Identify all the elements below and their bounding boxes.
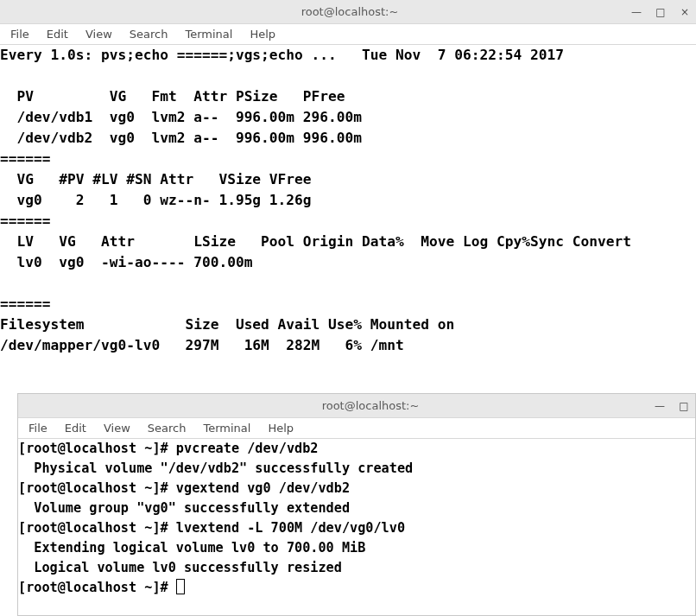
terminal-output-top[interactable]: Every 1.0s: pvs;echo ======;vgs;echo ...…: [0, 45, 696, 356]
shell-line: [root@localhost ~]# vgextend vg0 /dev/vd…: [18, 480, 350, 496]
shell-output: Volume group "vg0" successfully extended: [18, 500, 350, 516]
menu-edit[interactable]: Edit: [58, 420, 93, 436]
pvs-header: PV VG Fmt Attr PSize PFree: [0, 88, 345, 105]
menu-help[interactable]: Help: [261, 420, 301, 436]
shell-output: Logical volume lv0 successfully resized: [18, 560, 342, 575]
vgs-row: vg0 2 1 0 wz--n- 1.95g 1.26g: [0, 192, 312, 208]
menu-help[interactable]: Help: [243, 26, 282, 42]
menu-file[interactable]: File: [3, 26, 36, 42]
minimize-button[interactable]: —: [654, 400, 666, 412]
menubar-bottom: File Edit View Search Terminal Help: [18, 418, 695, 439]
menu-file[interactable]: File: [22, 420, 54, 436]
separator: ======: [0, 295, 50, 312]
shell-output: Extending logical volume lv0 to 700.00 M…: [18, 540, 365, 556]
pvs-row: /dev/vdb1 vg0 lvm2 a-- 996.00m 296.00m: [0, 109, 362, 125]
lvs-row: lv0 vg0 -wi-ao---- 700.00m: [0, 254, 252, 270]
window-buttons-bottom: — □: [654, 400, 690, 412]
maximize-button[interactable]: □: [678, 400, 690, 412]
menu-view[interactable]: View: [79, 26, 119, 42]
watch-header: Every 1.0s: pvs;echo ======;vgs;echo ...…: [0, 47, 564, 63]
maximize-icon: □: [679, 400, 688, 412]
separator: ======: [0, 213, 50, 229]
minimize-icon: —: [631, 6, 642, 18]
terminal-output-bottom[interactable]: [root@localhost ~]# pvcreate /dev/vdb2 P…: [18, 439, 695, 598]
close-icon: ×: [680, 6, 689, 18]
menu-search[interactable]: Search: [141, 420, 193, 436]
maximize-button[interactable]: □: [655, 6, 667, 18]
minimize-button[interactable]: —: [630, 6, 642, 18]
shell-line: [root@localhost ~]# pvcreate /dev/vdb2: [18, 441, 318, 456]
close-button[interactable]: ×: [679, 6, 691, 18]
titlebar-bottom[interactable]: root@localhost:~ — □: [18, 394, 695, 418]
window-title-top: root@localhost:~: [0, 5, 630, 18]
menubar-top: File Edit View Search Terminal Help: [0, 24, 696, 45]
df-header: Filesystem Size Used Avail Use% Mounted …: [0, 316, 454, 333]
vgs-header: VG #PV #LV #SN Attr VSize VFree: [0, 171, 312, 187]
menu-terminal[interactable]: Terminal: [178, 26, 239, 42]
pvs-row: /dev/vdb2 vg0 lvm2 a-- 996.00m 996.00m: [0, 130, 362, 146]
menu-terminal[interactable]: Terminal: [196, 420, 257, 436]
minimize-icon: —: [655, 400, 665, 412]
lvs-header: LV VG Attr LSize Pool Origin Data% Move …: [0, 233, 631, 250]
df-row: /dev/mapper/vg0-lv0 297M 16M 282M 6% /mn…: [0, 337, 404, 353]
terminal-window-bottom: root@localhost:~ — □ File Edit View Sear…: [17, 393, 696, 616]
menu-edit[interactable]: Edit: [40, 26, 75, 42]
shell-prompt: [root@localhost ~]#: [18, 580, 176, 595]
menu-search[interactable]: Search: [123, 26, 175, 42]
separator: ======: [0, 150, 50, 167]
window-title-bottom: root@localhost:~: [18, 399, 654, 412]
maximize-icon: □: [655, 6, 665, 18]
window-buttons-top: — □ ×: [630, 6, 691, 18]
menu-view[interactable]: View: [97, 420, 137, 436]
cursor-icon: [176, 579, 185, 594]
titlebar-top[interactable]: root@localhost:~ — □ ×: [0, 0, 696, 24]
shell-line: [root@localhost ~]# lvextend -L 700M /de…: [18, 520, 405, 536]
shell-output: Physical volume "/dev/vdb2" successfully…: [18, 460, 413, 476]
